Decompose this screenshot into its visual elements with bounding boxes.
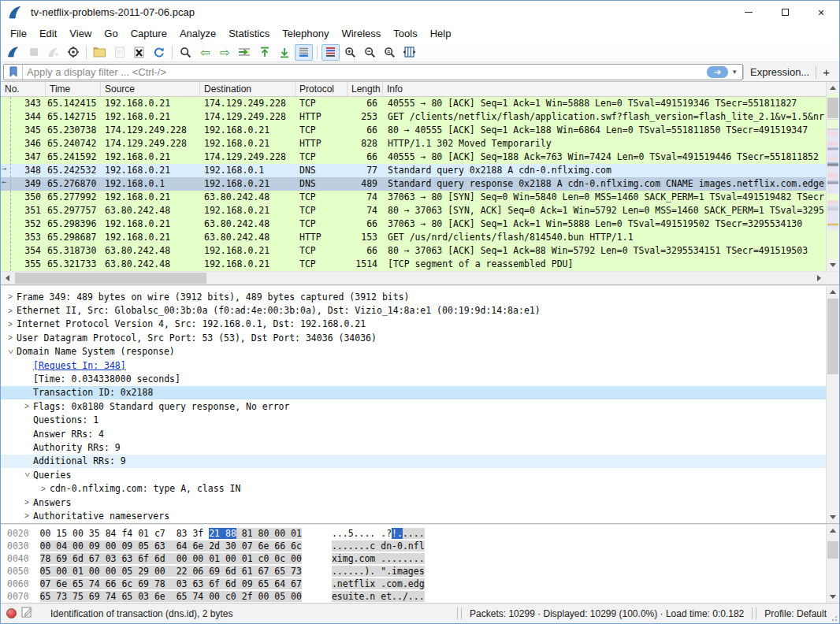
menu-statistics[interactable]: Statistics — [222, 25, 276, 42]
close-file-icon[interactable] — [130, 44, 148, 61]
collapse-arrow-icon[interactable]: > — [6, 345, 15, 358]
filter-history-dropdown-icon[interactable]: ▼ — [731, 69, 738, 76]
bytes-scrollbar[interactable] — [826, 525, 839, 603]
column-header-length[interactable]: Length — [348, 82, 383, 96]
save-file-icon[interactable]: 010 — [110, 44, 128, 61]
menu-help[interactable]: Help — [424, 25, 458, 42]
packet-row-352[interactable]: 35265.298396192.168.0.2163.80.242.48TCP6… — [1, 217, 826, 231]
display-filter-input[interactable]: Apply a display filter ... <Ctrl-/> — [23, 66, 707, 78]
minimize-button[interactable] — [730, 1, 767, 24]
scroll-right-icon[interactable] — [812, 272, 826, 284]
detail-line-9[interactable]: Questions: 1 — [1, 414, 826, 427]
packet-row-355[interactable]: 35565.32173363.80.242.48192.168.0.21TCP1… — [1, 258, 826, 271]
expand-arrow-icon[interactable]: > — [4, 333, 17, 342]
packet-row-354[interactable]: 35465.31873063.80.242.48192.168.0.21TCP6… — [1, 244, 826, 258]
detail-line-5[interactable]: [Request In: 348] — [1, 358, 826, 372]
hex-row-0030[interactable]: 0030 00 04 00 09 00 09 05 63 64 6e 2d 30… — [7, 540, 826, 553]
colorize-icon[interactable] — [322, 44, 340, 61]
go-back-icon[interactable]: ⇦ — [196, 44, 214, 61]
apply-filter-button[interactable]: ➔ — [707, 66, 728, 78]
column-header-no[interactable]: No. — [1, 82, 46, 96]
go-last-packet-icon[interactable] — [275, 44, 293, 61]
detail-line-14[interactable]: >cdn-0.nflximg.com: type A, class IN — [1, 481, 826, 495]
zoom-in-icon[interactable] — [341, 44, 359, 61]
zoom-reset-icon[interactable] — [381, 44, 399, 61]
go-to-packet-icon[interactable] — [236, 44, 254, 61]
column-header-info[interactable]: Info — [383, 82, 826, 96]
packet-row-347[interactable]: 34765.241592192.168.0.21174.129.249.228T… — [1, 150, 826, 164]
packet-row-345[interactable]: 34565.230738174.129.249.228192.168.0.21T… — [1, 124, 826, 137]
menu-telephony[interactable]: Telephony — [276, 25, 335, 42]
detail-line-2[interactable]: >Internet Protocol Version 4, Src: 192.1… — [1, 318, 826, 331]
intelligent-scrollbar-minimap[interactable] — [827, 94, 838, 259]
hscroll-thumb[interactable] — [15, 273, 206, 284]
expand-arrow-icon[interactable]: > — [20, 511, 33, 520]
scroll-up-icon[interactable] — [827, 286, 839, 298]
hscroll-track[interactable] — [14, 272, 812, 284]
detail-line-1[interactable]: >Ethernet II, Src: Globalsc_00:3b:0a (f0… — [1, 303, 826, 317]
menu-view[interactable]: View — [63, 25, 98, 42]
hex-row-0050[interactable]: 0050 05 00 01 00 00 05 29 00 22 06 69 6d… — [7, 566, 826, 578]
detail-line-13[interactable]: >Queries — [1, 468, 826, 481]
auto-scroll-icon[interactable] — [295, 44, 313, 61]
display-filter-box[interactable]: Apply a display filter ... <Ctrl-/> ➔ ▼ — [3, 64, 743, 80]
packet-row-350[interactable]: 35065.277992192.168.0.2163.80.242.48TCP7… — [1, 191, 826, 204]
scroll-up-icon[interactable] — [827, 82, 839, 94]
scrollbar-thumb[interactable] — [827, 541, 838, 559]
column-header-time[interactable]: Time — [46, 82, 101, 96]
packet-row-344[interactable]: 34465.142715192.168.0.21174.129.249.228H… — [1, 110, 826, 124]
find-packet-icon[interactable] — [177, 44, 195, 61]
zoom-out-icon[interactable] — [361, 44, 379, 61]
detail-line-6[interactable]: [Time: 0.034338000 seconds] — [1, 372, 826, 385]
request-in-link[interactable]: [Request In: 348] — [33, 360, 126, 371]
scrollbar-thumb[interactable] — [827, 98, 838, 118]
column-header-source[interactable]: Source — [101, 82, 200, 96]
menu-file[interactable]: File — [4, 25, 33, 42]
detail-line-4[interactable]: >Domain Name System (response) — [1, 345, 826, 358]
menu-go[interactable]: Go — [98, 25, 124, 42]
detail-line-3[interactable]: >User Datagram Protocol, Src Port: 53 (5… — [1, 331, 826, 344]
hex-row-0040[interactable]: 0040 78 69 6d 67 03 63 6f 6d 00 00 01 00… — [7, 553, 826, 566]
scroll-up-icon[interactable] — [827, 525, 839, 537]
resize-grip[interactable] — [830, 614, 838, 622]
detail-line-7[interactable]: Transaction ID: 0x2188 — [1, 386, 826, 399]
go-forward-icon[interactable]: ⇨ — [216, 44, 234, 61]
detail-line-10[interactable]: Answer RRs: 4 — [1, 427, 826, 440]
expand-arrow-icon[interactable]: > — [4, 292, 17, 301]
detail-line-8[interactable]: >Flags: 0x8180 Standard query response, … — [1, 399, 826, 413]
scrollbar-thumb[interactable] — [827, 299, 838, 374]
expert-info-icon[interactable] — [6, 608, 17, 618]
close-button[interactable]: × — [803, 1, 839, 24]
packet-list-scrollbar[interactable] — [826, 82, 839, 271]
capture-comment-icon[interactable] — [21, 607, 33, 621]
menu-wireless[interactable]: Wireless — [335, 25, 387, 42]
detail-line-11[interactable]: Authority RRs: 9 — [1, 440, 826, 454]
expression-button[interactable]: Expression... — [743, 65, 816, 79]
reload-file-icon[interactable] — [150, 44, 168, 61]
packet-row-343[interactable]: 34365.142415192.168.0.21174.129.249.228T… — [1, 97, 826, 110]
packet-row-353[interactable]: 35365.298687192.168.0.2163.80.242.48HTTP… — [1, 231, 826, 244]
scroll-down-icon[interactable] — [827, 591, 839, 603]
menu-analyze[interactable]: Analyze — [173, 25, 222, 42]
column-header-destination[interactable]: Destination — [200, 82, 295, 96]
detail-line-12[interactable]: Additional RRs: 9 — [1, 455, 826, 468]
menu-edit[interactable]: Edit — [33, 25, 63, 42]
packet-list-hscrollbar[interactable] — [1, 271, 839, 284]
go-first-packet-icon[interactable] — [255, 44, 273, 61]
menu-capture[interactable]: Capture — [125, 25, 173, 42]
packet-row-351[interactable]: 35165.29775763.80.242.48192.168.0.21TCP7… — [1, 204, 826, 217]
expand-arrow-icon[interactable]: > — [4, 320, 17, 329]
stop-capture-icon[interactable] — [24, 44, 43, 61]
restart-capture-icon[interactable] — [44, 44, 62, 61]
hex-row-0070[interactable]: 0070 65 73 75 69 74 65 03 6e 65 74 00 c0… — [7, 591, 826, 603]
menu-tools[interactable]: Tools — [387, 25, 423, 42]
start-capture-icon[interactable] — [5, 44, 23, 61]
scroll-down-icon[interactable] — [827, 511, 839, 523]
expand-arrow-icon[interactable]: > — [20, 402, 33, 410]
add-filter-button[interactable]: + — [816, 65, 837, 79]
expand-arrow-icon[interactable]: > — [37, 485, 50, 493]
packet-row-348[interactable]: 348→65.242532192.168.0.21192.168.0.1DNS7… — [1, 164, 826, 177]
packet-row-349[interactable]: 349←65.276870192.168.0.1192.168.0.21DNS4… — [1, 177, 826, 191]
capture-options-icon[interactable] — [64, 44, 82, 61]
expand-arrow-icon[interactable]: > — [20, 498, 33, 507]
